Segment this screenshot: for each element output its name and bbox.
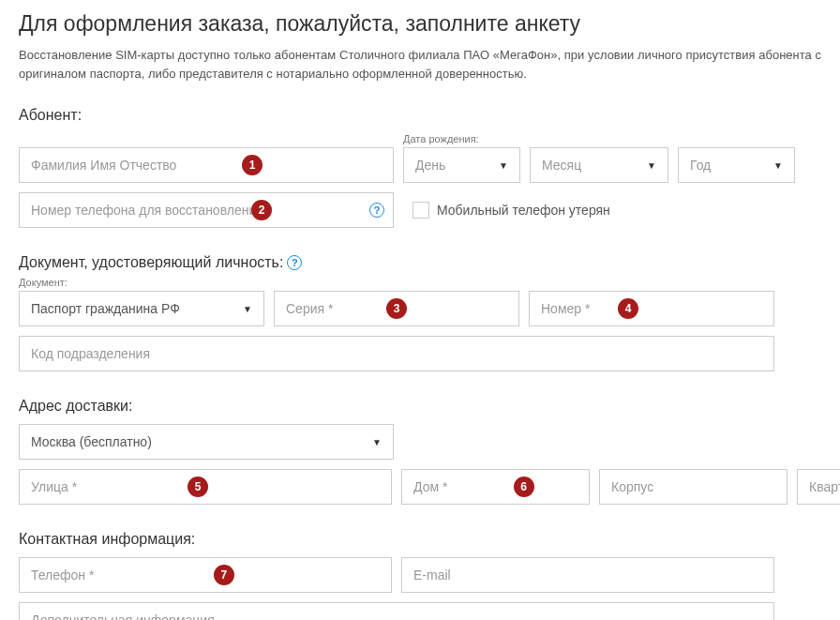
caret-icon: ▼ [773,160,783,171]
day-value: День [415,158,445,173]
doc-number-input[interactable] [529,291,774,326]
street-input[interactable] [19,469,392,505]
caret-icon: ▼ [647,160,656,171]
doc-type-select[interactable]: Паспорт гражданина РФ ▼ [19,291,264,326]
day-select[interactable]: День ▼ [403,147,520,183]
restore-phone-input[interactable] [19,192,394,228]
dept-code-input[interactable] [19,336,774,371]
extra-info-textarea[interactable] [19,602,774,620]
year-select[interactable]: Год ▼ [678,147,795,183]
section-title-delivery: Адрес доставки: [19,398,821,415]
city-select[interactable]: Москва (бесплатно) ▼ [19,424,394,460]
caret-icon: ▼ [243,304,252,314]
section-title-subscriber: Абонент: [19,107,821,124]
phone-lost-label: Мобильный телефон утерян [437,203,610,218]
phone-input[interactable] [19,557,392,593]
caret-icon: ▼ [499,160,508,171]
building-input[interactable] [599,469,788,505]
doc-series-input[interactable] [274,291,519,326]
section-title-contact: Контактная информация: [19,531,821,548]
page-title: Для оформления заказа, пожалуйста, запол… [19,11,821,37]
phone-lost-checkbox[interactable] [412,202,429,219]
doc-label: Документ: [19,277,264,288]
help-icon[interactable]: ? [369,203,384,218]
fio-input[interactable] [19,147,394,183]
caret-icon: ▼ [372,437,382,447]
city-value: Москва (бесплатно) [31,434,152,449]
email-input[interactable] [401,557,774,593]
month-value: Месяц [542,158,581,173]
house-input[interactable] [401,469,590,505]
page-description: Восстановление SIM-карты доступно только… [19,46,821,83]
doc-type-value: Паспорт гражданина РФ [31,301,180,316]
section-title-document: Документ, удостоверяющий личность: [19,254,283,271]
year-value: Год [690,158,711,173]
help-icon[interactable]: ? [287,255,302,270]
apartment-input[interactable] [797,469,840,505]
birthdate-label: Дата рождения: [403,133,520,144]
month-select[interactable]: Месяц ▼ [530,147,668,183]
